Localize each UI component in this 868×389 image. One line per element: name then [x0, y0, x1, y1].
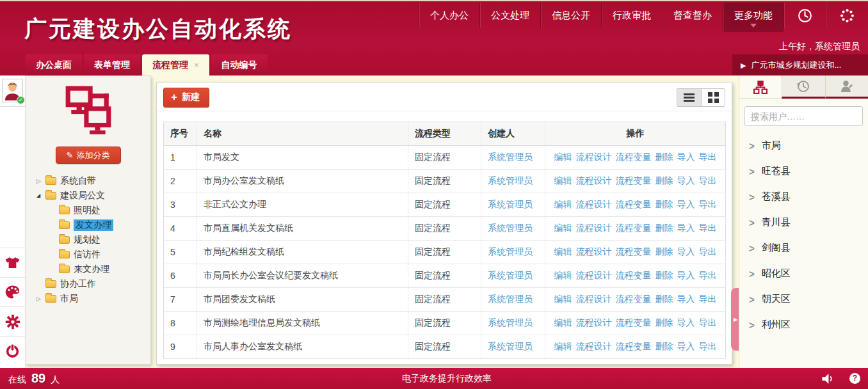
- export-link[interactable]: 导出: [699, 223, 717, 233]
- edit-link[interactable]: 编辑: [554, 223, 572, 233]
- creator-link[interactable]: 系统管理员: [488, 294, 533, 304]
- flow-variables-link[interactable]: 流程变量: [616, 223, 652, 233]
- delete-link[interactable]: 删除: [655, 270, 673, 280]
- creator-link[interactable]: 系统管理员: [488, 152, 533, 162]
- caret-expanded-icon[interactable]: ◢: [36, 193, 45, 198]
- nav-item[interactable]: 公文处理: [479, 3, 540, 28]
- nav-item[interactable]: 行政审批: [601, 3, 662, 28]
- edit-link[interactable]: 编辑: [554, 317, 572, 328]
- creator-link[interactable]: 系统管理员: [488, 175, 533, 186]
- creator-link[interactable]: 系统管理员: [488, 246, 533, 257]
- settings-gear-button[interactable]: [0, 306, 25, 336]
- nav-item[interactable]: 更多功能: [723, 3, 784, 32]
- import-link[interactable]: 导入: [677, 246, 695, 257]
- flow-variables-link[interactable]: 流程变量: [616, 246, 652, 257]
- speaker-icon[interactable]: [821, 372, 835, 385]
- tab-表单管理[interactable]: 表单管理: [84, 54, 140, 75]
- tree-item[interactable]: ◢建设局公文: [26, 188, 150, 203]
- flow-design-link[interactable]: 流程设计: [576, 152, 612, 162]
- flow-design-link[interactable]: 流程设计: [576, 199, 612, 209]
- flow-design-link[interactable]: 流程设计: [576, 175, 612, 186]
- import-link[interactable]: 导入: [677, 175, 695, 186]
- delete-link[interactable]: 删除: [655, 152, 673, 162]
- import-link[interactable]: 导入: [677, 341, 695, 351]
- palette-button[interactable]: [0, 277, 25, 306]
- theme-shirt-button[interactable]: [0, 248, 25, 277]
- flow-design-link[interactable]: 流程设计: [576, 246, 612, 257]
- flow-variables-link[interactable]: 流程变量: [616, 341, 652, 351]
- org-name-band[interactable]: ▶广元市城乡规划建设和...: [732, 54, 868, 75]
- close-icon[interactable]: ×: [194, 60, 199, 70]
- delete-link[interactable]: 删除: [655, 223, 673, 233]
- tree-item[interactable]: ▷市局: [26, 291, 150, 306]
- tab-自动编号[interactable]: 自动编号: [211, 54, 268, 75]
- tree-item[interactable]: ▷系统自带: [26, 173, 150, 188]
- edit-link[interactable]: 编辑: [554, 152, 572, 162]
- export-link[interactable]: 导出: [699, 152, 717, 162]
- flow-variables-link[interactable]: 流程变量: [616, 199, 652, 209]
- caret-collapsed-icon[interactable]: ▷: [36, 178, 45, 184]
- creator-link[interactable]: 系统管理员: [488, 270, 533, 280]
- export-link[interactable]: 导出: [699, 246, 717, 257]
- grid-view-button[interactable]: [701, 89, 725, 106]
- nav-item[interactable]: 个人办公: [419, 3, 479, 28]
- creator-link[interactable]: 系统管理员: [488, 223, 533, 233]
- tab-users[interactable]: [825, 75, 868, 99]
- edit-link[interactable]: 编辑: [554, 270, 572, 280]
- delete-link[interactable]: 删除: [655, 317, 673, 328]
- region-item[interactable]: >苍溪县: [749, 184, 868, 209]
- creator-link[interactable]: 系统管理员: [488, 341, 533, 351]
- delete-link[interactable]: 删除: [655, 199, 673, 209]
- flow-variables-link[interactable]: 流程变量: [616, 175, 652, 186]
- tab-办公桌面[interactable]: 办公桌面: [26, 54, 82, 75]
- delete-link[interactable]: 删除: [655, 246, 673, 257]
- tab-org-structure[interactable]: [739, 75, 782, 99]
- help-icon[interactable]: ?: [849, 373, 860, 384]
- creator-link[interactable]: 系统管理员: [488, 317, 533, 328]
- flow-design-link[interactable]: 流程设计: [576, 317, 612, 328]
- tab-history[interactable]: [782, 75, 824, 99]
- creator-link[interactable]: 系统管理员: [488, 199, 533, 209]
- import-link[interactable]: 导入: [677, 294, 695, 304]
- tree-item[interactable]: 发文办理: [26, 218, 150, 232]
- list-view-button[interactable]: [677, 89, 701, 106]
- search-user-input[interactable]: [744, 106, 863, 126]
- delete-link[interactable]: 删除: [655, 175, 673, 186]
- tree-item[interactable]: 照明处: [26, 203, 150, 218]
- import-link[interactable]: 导入: [677, 270, 695, 280]
- edit-link[interactable]: 编辑: [554, 341, 572, 351]
- tree-item[interactable]: 信访件: [26, 247, 150, 262]
- region-item[interactable]: >剑阁县: [749, 235, 868, 260]
- import-link[interactable]: 导入: [677, 199, 695, 209]
- tree-item[interactable]: 协办工作: [26, 276, 150, 291]
- edit-link[interactable]: 编辑: [554, 246, 572, 257]
- flow-variables-link[interactable]: 流程变量: [616, 270, 652, 280]
- flow-design-link[interactable]: 流程设计: [576, 270, 612, 280]
- region-item[interactable]: >市局: [749, 132, 868, 158]
- import-link[interactable]: 导入: [677, 152, 695, 162]
- nav-item[interactable]: 督查督办: [662, 3, 723, 28]
- power-button[interactable]: [0, 336, 25, 365]
- flow-variables-link[interactable]: 流程变量: [616, 317, 652, 328]
- export-link[interactable]: 导出: [699, 294, 717, 304]
- flow-design-link[interactable]: 流程设计: [576, 294, 612, 304]
- region-item[interactable]: >青川县: [749, 209, 868, 235]
- export-link[interactable]: 导出: [699, 199, 717, 209]
- flow-variables-link[interactable]: 流程变量: [616, 294, 652, 304]
- export-link[interactable]: 导出: [699, 341, 717, 351]
- tab-流程管理[interactable]: 流程管理×: [142, 54, 209, 75]
- tree-item[interactable]: 来文办理: [26, 262, 150, 276]
- tree-item[interactable]: 规划处: [26, 232, 150, 247]
- flow-variables-link[interactable]: 流程变量: [616, 152, 652, 162]
- clock-button[interactable]: [784, 3, 826, 28]
- flow-design-link[interactable]: 流程设计: [576, 341, 612, 351]
- import-link[interactable]: 导入: [677, 223, 695, 233]
- add-category-button[interactable]: ✎ 添加分类: [56, 147, 121, 164]
- caret-collapsed-icon[interactable]: ▷: [36, 296, 45, 302]
- edit-link[interactable]: 编辑: [554, 294, 572, 304]
- region-item[interactable]: >昭化区: [749, 260, 868, 286]
- export-link[interactable]: 导出: [699, 270, 717, 280]
- export-link[interactable]: 导出: [699, 317, 717, 328]
- region-item[interactable]: >朝天区: [749, 286, 868, 312]
- new-button[interactable]: + 新建: [163, 88, 209, 107]
